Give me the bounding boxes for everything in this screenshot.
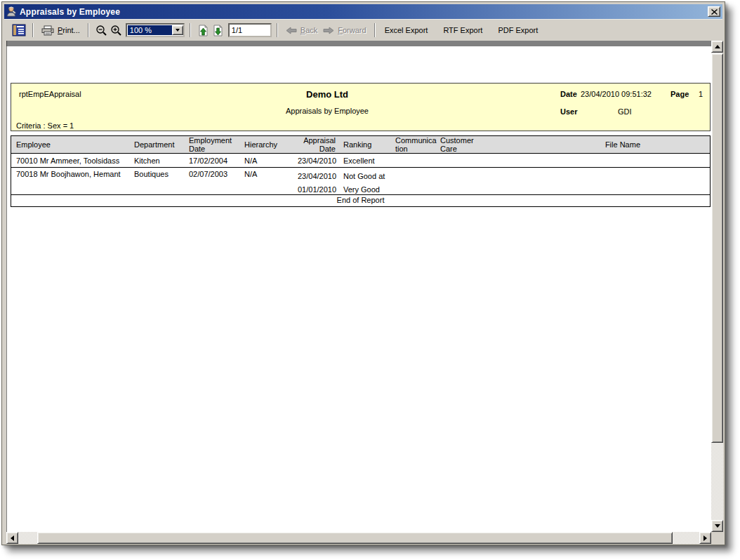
toolbar-separator bbox=[374, 23, 376, 37]
page-up-icon bbox=[197, 25, 209, 36]
page-number-input[interactable] bbox=[228, 23, 272, 37]
back-label: Back bbox=[300, 26, 317, 34]
cell-file-name bbox=[477, 168, 710, 196]
group-tree-toggle-button[interactable] bbox=[11, 23, 27, 37]
previous-page-button[interactable] bbox=[196, 24, 211, 37]
back-button[interactable]: Back bbox=[283, 25, 320, 36]
column-header-hierarchy: Hierarchy bbox=[244, 136, 297, 153]
table-header-row: Employee Department Employment Date Hier… bbox=[11, 136, 710, 154]
chevron-down-icon bbox=[176, 29, 180, 32]
page-number: 1 bbox=[699, 90, 703, 98]
forward-arrow-icon bbox=[323, 27, 334, 34]
report-title: Appraisals by Employee bbox=[11, 107, 643, 115]
report-viewer-window: Appraisals by Employee bbox=[1, 1, 725, 545]
window-title: Appraisals by Employee bbox=[20, 7, 120, 17]
rtf-export-button[interactable]: RTF Export bbox=[440, 25, 485, 36]
close-button[interactable] bbox=[708, 6, 720, 17]
cell-employment-date: 17/02/2004 bbox=[188, 154, 244, 167]
arrow-down-icon bbox=[715, 524, 720, 528]
horizontal-scrollbar[interactable] bbox=[6, 532, 711, 544]
column-header-employee: Employee bbox=[11, 136, 133, 153]
cell-customer-care bbox=[433, 168, 477, 196]
cell-appraisal-date: 23/04/2010 bbox=[297, 154, 336, 167]
scroll-left-button[interactable] bbox=[6, 532, 18, 544]
zoom-level-value: 100 % bbox=[128, 25, 172, 35]
viewport-top-shadow bbox=[6, 41, 711, 46]
scroll-right-button[interactable] bbox=[699, 532, 711, 544]
user-label: User bbox=[560, 107, 577, 116]
cell-ranking: Not Good at Very Good bbox=[336, 168, 388, 196]
arrow-up-icon bbox=[715, 45, 720, 48]
close-icon bbox=[711, 9, 718, 15]
column-header-communication: Communica tion bbox=[388, 136, 433, 153]
report-viewport: rptEmpEAppraisal Demo Ltd Appraisals by … bbox=[6, 46, 711, 532]
cell-communication bbox=[388, 154, 433, 167]
toolbar-separator bbox=[88, 23, 89, 37]
cell-appraisal-date: 23/04/2010 01/01/2010 bbox=[297, 168, 336, 196]
toolbar: Print... 100 % bbox=[4, 19, 722, 41]
print-label: Print... bbox=[58, 26, 80, 34]
cell-ranking: Excellent bbox=[336, 154, 388, 167]
pdf-export-button[interactable]: PDF Export bbox=[495, 25, 541, 36]
cell-employee: 70010 Mr Ammeer, Toolsidass bbox=[11, 154, 133, 167]
table-footer-row: End of Report bbox=[11, 195, 710, 206]
titlebar[interactable]: Appraisals by Employee bbox=[4, 4, 722, 19]
page-label: Page bbox=[670, 90, 689, 98]
back-arrow-icon bbox=[286, 27, 297, 34]
horizontal-scrollbar-thumb[interactable] bbox=[37, 532, 673, 544]
excel-export-button[interactable]: Excel Export bbox=[382, 25, 431, 36]
vertical-scrollbar[interactable] bbox=[711, 41, 723, 532]
cell-employee: 70018 Mr Boojhawon, Hemant bbox=[11, 168, 133, 196]
cell-file-name bbox=[477, 154, 710, 167]
cell-hierarchy: N/A bbox=[244, 154, 297, 167]
table-row: 70010 Mr Ammeer, Toolsidass Kitchen 17/0… bbox=[11, 154, 710, 168]
next-page-button[interactable] bbox=[211, 24, 225, 37]
date-label: Date bbox=[560, 90, 577, 98]
cell-department: Boutiques bbox=[133, 168, 188, 196]
criteria-text: Criteria : Sex = 1 bbox=[16, 121, 74, 130]
zoom-in-icon bbox=[110, 25, 122, 36]
column-header-file-name: File Name bbox=[477, 136, 710, 153]
toolbar-separator bbox=[32, 23, 34, 37]
zoom-out-icon bbox=[95, 25, 107, 36]
zoom-in-button[interactable] bbox=[109, 24, 124, 36]
cell-employment-date: 02/07/2003 bbox=[188, 168, 244, 196]
arrow-right-icon bbox=[703, 535, 707, 541]
company-name: Demo Ltd bbox=[11, 89, 643, 100]
report-header: rptEmpEAppraisal Demo Ltd Appraisals by … bbox=[11, 83, 711, 131]
forward-label: Forward bbox=[338, 26, 366, 34]
scroll-down-button[interactable] bbox=[711, 520, 723, 532]
cell-hierarchy: N/A bbox=[244, 168, 297, 196]
cell-customer-care bbox=[433, 154, 477, 167]
table-row: 70018 Mr Boojhawon, Hemant Boutiques 02/… bbox=[11, 168, 710, 195]
cell-department: Kitchen bbox=[133, 154, 188, 167]
app-icon bbox=[6, 6, 17, 17]
vertical-scrollbar-thumb[interactable] bbox=[711, 53, 723, 443]
export-buttons: Excel Export RTF Export PDF Export bbox=[382, 25, 541, 36]
scrollbar-corner bbox=[711, 532, 723, 544]
zoom-out-button[interactable] bbox=[94, 24, 109, 36]
page-down-icon bbox=[212, 25, 224, 36]
column-header-employment-date: Employment Date bbox=[188, 136, 244, 153]
printer-icon bbox=[41, 25, 54, 36]
end-of-report-label: End of Report bbox=[11, 195, 710, 206]
arrow-left-icon bbox=[11, 535, 14, 541]
date-value: 23/04/2010 09:51:32 bbox=[581, 90, 652, 98]
report-table: Employee Department Employment Date Hier… bbox=[11, 135, 711, 207]
column-header-department: Department bbox=[133, 136, 188, 153]
print-button[interactable]: Print... bbox=[39, 24, 83, 37]
group-tree-icon bbox=[12, 24, 26, 36]
column-header-ranking: Ranking bbox=[336, 136, 388, 153]
toolbar-separator bbox=[277, 23, 278, 37]
zoom-level-combobox[interactable]: 100 % bbox=[126, 23, 185, 37]
scroll-up-button[interactable] bbox=[711, 41, 723, 53]
column-header-appraisal-date: Appraisal Date bbox=[297, 136, 336, 153]
toolbar-separator bbox=[190, 23, 191, 37]
zoom-dropdown-button[interactable] bbox=[172, 25, 183, 35]
cell-communication bbox=[388, 168, 433, 196]
forward-button[interactable]: Forward bbox=[320, 25, 369, 36]
column-header-customer-care: Customer Care bbox=[433, 136, 477, 153]
user-value: GDI bbox=[618, 107, 632, 116]
